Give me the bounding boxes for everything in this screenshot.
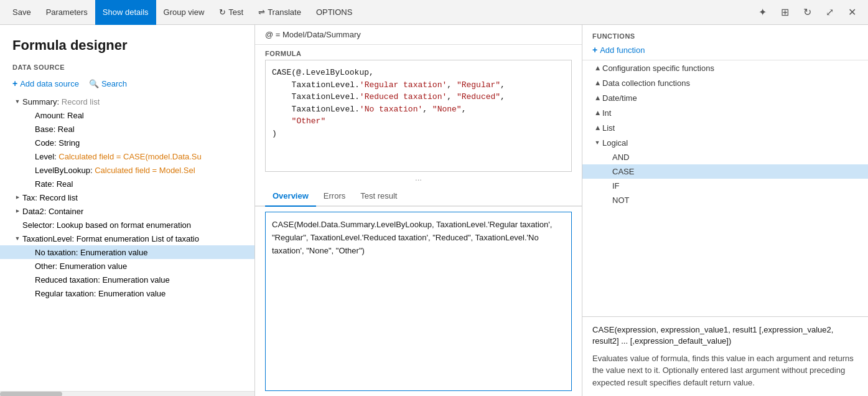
tree-label-amount: Amount: Real (35, 111, 84, 120)
tree-item-base[interactable]: Base: Real (0, 122, 254, 136)
expand-icon-button[interactable]: ⤢ (818, 1, 841, 24)
tree-item-data2[interactable]: ▼ Data2: Container (0, 204, 254, 218)
office-icon-button[interactable]: ⊞ (773, 1, 796, 24)
middle-panel: @ = Model/Data/Summary FORMULA CASE(@.Le… (255, 25, 582, 396)
func-item-datetime[interactable]: ▶ Date/time (582, 90, 868, 105)
datasource-actions: + Add data source 🔍 Search (0, 75, 254, 95)
add-function-button[interactable]: + Add function (582, 42, 868, 60)
search-button[interactable]: 🔍 Search (89, 78, 127, 90)
formula-editor[interactable]: CASE(@.LevelByLookup, TaxationLevel.'Reg… (265, 60, 572, 172)
arrow-icon-taxlevel: ▼ (12, 233, 22, 243)
settings-icon-button[interactable]: ✦ (751, 1, 773, 24)
tree-label-regular: Regular taxation: Enumeration value (35, 289, 166, 298)
save-button[interactable]: Save (5, 0, 39, 25)
tab-overview[interactable]: Overview (265, 186, 316, 207)
spacer-reduced (25, 275, 35, 285)
path-text: @ = Model/Data/Summary (265, 30, 361, 39)
spacer-regular (25, 288, 35, 298)
func-label-if: IF (612, 181, 620, 191)
refresh-icon: ↻ (219, 7, 226, 17)
tree-item-level[interactable]: Level: Calculated field = CASE(model.Dat… (0, 149, 254, 163)
tree-item-notaxation[interactable]: No taxation: Enumeration value (0, 245, 254, 259)
tab-errors[interactable]: Errors (316, 186, 353, 207)
func-label-list: List (602, 123, 615, 133)
translate-icon: ⇌ (258, 7, 265, 17)
options-button[interactable]: OPTIONS (309, 0, 360, 25)
func-item-and[interactable]: AND (582, 150, 868, 164)
arrow-icon-summary: ▼ (12, 97, 22, 106)
arrow-datacoll: ▶ (592, 78, 602, 88)
refresh-icon-button[interactable]: ↻ (796, 1, 818, 24)
arrow-logical: ▼ (592, 138, 602, 148)
arrow-datetime: ▶ (592, 93, 602, 103)
right-panel: FUNCTIONS + Add function ▶ Configuration… (582, 25, 868, 396)
horizontal-scrollbar[interactable] (0, 391, 254, 396)
func-label-not: NOT (612, 196, 629, 205)
group-view-button[interactable]: Group view (156, 0, 212, 25)
func-item-config[interactable]: ▶ Configuration specific functions (582, 60, 868, 75)
spacer-other (25, 261, 35, 271)
formula-label: FORMULA (255, 45, 582, 60)
tree-label-reduced: Reduced taxation: Enumeration value (35, 275, 170, 285)
tree-item-code[interactable]: Code: String (0, 136, 254, 149)
spacer-code (25, 138, 35, 148)
spacer-notax (25, 247, 35, 257)
func-label-case: CASE (612, 167, 634, 176)
add-datasource-button[interactable]: + Add data source (12, 77, 79, 90)
description-panel: CASE(expression, expression_value1, resu… (582, 316, 868, 396)
tree-label-rate: Rate: Real (35, 179, 73, 189)
functions-tree: ▶ Configuration specific functions ▶ Dat… (582, 60, 868, 316)
func-item-datacoll[interactable]: ▶ Data collection functions (582, 75, 868, 90)
func-item-not[interactable]: NOT (582, 193, 868, 207)
spacer-amount (25, 110, 35, 120)
tree-label-data2: Data2: Container (22, 207, 83, 216)
parameters-button[interactable]: Parameters (39, 0, 95, 25)
tree-label-base: Base: Real (35, 125, 75, 134)
func-item-case[interactable]: CASE (582, 164, 868, 179)
tree-item-summary[interactable]: ▼ Summary: Record list (0, 95, 254, 108)
tree-item-rate[interactable]: Rate: Real (0, 177, 254, 191)
plus-icon: + (12, 78, 17, 88)
translate-button[interactable]: ⇌ Translate (251, 0, 309, 25)
tree-item-levelbylookup[interactable]: LevelByLookup: Calculated field = Model.… (0, 163, 254, 177)
tree-label-taxlevel: TaxationLevel: Format enumeration List o… (22, 234, 199, 243)
tree-item-reduced[interactable]: Reduced taxation: Enumeration value (0, 273, 254, 286)
tree-item-regular[interactable]: Regular taxation: Enumeration value (0, 286, 254, 300)
formula-preview: CASE(Model.Data.Summary.LevelByLookup, T… (265, 212, 572, 391)
datasource-header: DATA SOURCE (0, 60, 254, 75)
spacer-rate (25, 179, 35, 189)
search-icon: 🔍 (89, 79, 99, 88)
tree-item-taxlevel[interactable]: ▼ TaxationLevel: Format enumeration List… (0, 232, 254, 245)
tree-label-code: Code: String (35, 138, 80, 148)
func-label-logical: Logical (602, 138, 628, 148)
func-item-list[interactable]: ▶ List (582, 120, 868, 135)
tree-label-selector: Selector: Lookup based on format enumera… (22, 220, 191, 230)
tree-item-other[interactable]: Other: Enumeration value (0, 259, 254, 273)
arrow-icon-tax: ▼ (12, 192, 22, 202)
tab-test-result[interactable]: Test result (353, 186, 404, 207)
tree-label-level: Level: Calculated field = CASE(model.Dat… (35, 152, 202, 161)
tree-label-levelbylookup: LevelByLookup: Calculated field = Model.… (35, 166, 195, 175)
func-item-if[interactable]: IF (582, 179, 868, 193)
arrow-list: ▶ (592, 123, 602, 133)
func-label-datacoll: Data collection functions (602, 78, 690, 88)
tree-label-tax: Tax: Record list (22, 193, 78, 202)
func-label-datetime: Date/time (602, 93, 637, 103)
show-details-button[interactable]: Show details (95, 0, 156, 25)
close-icon-button[interactable]: ✕ (841, 1, 863, 24)
tree-label-notaxation: No taxation: Enumeration value (35, 248, 147, 257)
func-item-logical[interactable]: ▼ Logical (582, 135, 868, 150)
tree-label-other: Other: Enumeration value (35, 262, 127, 271)
path-bar: @ = Model/Data/Summary (255, 25, 582, 45)
toolbar: Save Parameters Show details Group view … (0, 0, 868, 25)
tree-item-amount[interactable]: Amount: Real (0, 108, 254, 122)
arrow-int: ▶ (592, 108, 602, 118)
arrow-config: ▶ (592, 63, 602, 73)
test-button[interactable]: ↻ Test (212, 0, 251, 25)
tree-item-selector[interactable]: Selector: Lookup based on format enumera… (0, 218, 254, 232)
spacer-selector (12, 220, 22, 230)
left-panel: Formula designer DATA SOURCE + Add data … (0, 25, 255, 396)
tabs-bar: Overview Errors Test result (255, 186, 582, 207)
tree-item-tax[interactable]: ▼ Tax: Record list (0, 191, 254, 204)
func-item-int[interactable]: ▶ Int (582, 105, 868, 120)
